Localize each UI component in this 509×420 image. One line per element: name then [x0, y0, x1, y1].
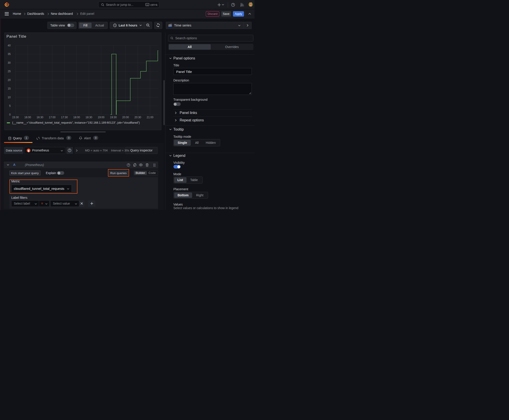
svg-text:0: 0 — [9, 113, 11, 116]
svg-text:18:00: 18:00 — [73, 116, 80, 119]
svg-text:17:00: 17:00 — [49, 116, 55, 119]
svg-text:20: 20 — [8, 78, 11, 82]
svg-text:15:30: 15:30 — [12, 116, 19, 119]
svg-text:16:30: 16:30 — [36, 116, 43, 119]
svg-text:20:00: 20:00 — [122, 116, 129, 119]
svg-text:10: 10 — [8, 96, 11, 99]
svg-text:40: 40 — [8, 44, 11, 47]
svg-text:20:30: 20:30 — [134, 116, 141, 119]
svg-text:25: 25 — [8, 70, 11, 73]
svg-text:5: 5 — [9, 104, 11, 107]
svg-text:21:00: 21:00 — [146, 116, 153, 119]
svg-text:30: 30 — [8, 61, 11, 64]
svg-text:18:30: 18:30 — [85, 116, 92, 119]
svg-text:16:00: 16:00 — [24, 116, 31, 119]
svg-text:19:00: 19:00 — [98, 116, 104, 119]
svg-text:19:30: 19:30 — [110, 116, 116, 119]
svg-text:15: 15 — [8, 87, 11, 90]
svg-text:{__name__="cloudflared_tunnel_: {__name__="cloudflared_tunnel_total_requ… — [12, 121, 140, 124]
svg-text:35: 35 — [8, 52, 11, 56]
svg-text:17:30: 17:30 — [61, 116, 68, 119]
